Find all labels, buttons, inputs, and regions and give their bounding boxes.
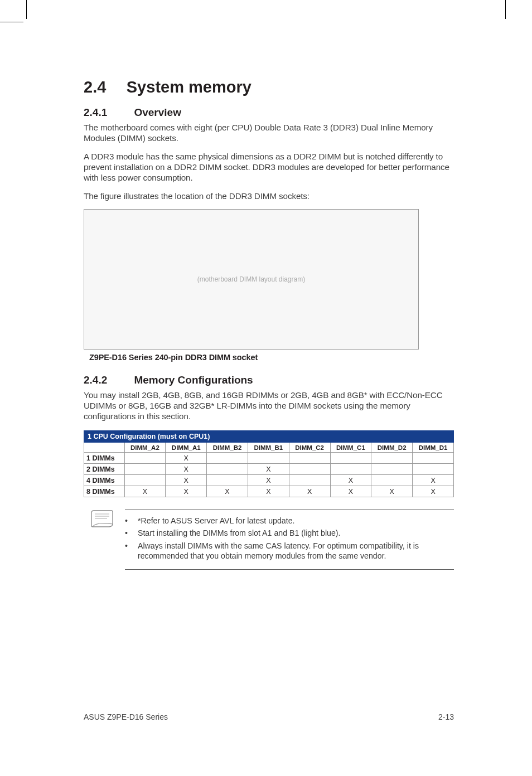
table-cell: X	[248, 475, 289, 486]
table-row: 8 DIMMs X X X X X X X X	[84, 486, 454, 497]
note-text: Always install DIMMs with the same CAS l…	[138, 541, 454, 561]
table-col-header: DIMM_D2	[371, 443, 413, 453]
section-number: 2.4	[84, 78, 106, 96]
table-cell: X	[124, 486, 166, 497]
table-banner: 1 CPU Configuration (must on CPU1)	[84, 431, 454, 443]
table-cell	[413, 453, 454, 464]
row-label: 1 DIMMs	[84, 453, 125, 464]
table-col-header: DIMM_A2	[124, 443, 166, 453]
table-cell	[207, 464, 248, 475]
table-cell: X	[166, 475, 207, 486]
table-cell	[330, 453, 371, 464]
table-cell: X	[207, 486, 248, 497]
note-item: • Start installing the DIMMs from slot A…	[125, 528, 454, 538]
table-cell: X	[413, 486, 454, 497]
page-footer: ASUS Z9PE-D16 Series 2-13	[84, 712, 454, 721]
table-cell	[371, 475, 413, 486]
subsection-overview: 2.4.1 Overview	[84, 106, 454, 119]
cpu1-config-table: 1 CPU Configuration (must on CPU1) DIMM_…	[84, 430, 454, 497]
table-col-header: DIMM_B1	[248, 443, 289, 453]
table-cell	[207, 453, 248, 464]
table-row: 1 DIMMs X	[84, 453, 454, 464]
table-cell	[371, 464, 413, 475]
subsection-number: 2.4.2	[84, 374, 132, 386]
subsection-number: 2.4.1	[84, 106, 132, 119]
table-cell	[248, 453, 289, 464]
table-col-header: DIMM_C2	[289, 443, 330, 453]
crop-mark	[26, 0, 27, 19]
dimm-layout-figure	[84, 209, 419, 350]
figure-caption: Z9PE-D16 Series 240-pin DDR3 DIMM socket	[89, 353, 454, 362]
notes-body: • *Refer to ASUS Server AVL for latest u…	[125, 510, 454, 570]
bullet-icon: •	[125, 541, 128, 561]
footer-right: 2-13	[438, 712, 454, 721]
overview-paragraph-1: The motherboard comes with eight (per CP…	[84, 122, 454, 143]
page-content: 2.4 System memory 2.4.1 Overview The mot…	[84, 78, 454, 570]
bullet-icon: •	[125, 516, 128, 526]
section-heading: 2.4 System memory	[84, 78, 454, 96]
table-cell	[207, 475, 248, 486]
row-label: 4 DIMMs	[84, 475, 125, 486]
table-cell	[289, 464, 330, 475]
table-col-header: DIMM_D1	[413, 443, 454, 453]
table-cell	[124, 464, 166, 475]
table-cell: X	[330, 486, 371, 497]
bullet-icon: •	[125, 528, 128, 538]
memory-config-paragraph: You may install 2GB, 4GB, 8GB, and 16GB …	[84, 390, 454, 421]
table-cell: X	[166, 453, 207, 464]
table-cell: X	[248, 464, 289, 475]
note-item: • *Refer to ASUS Server AVL for latest u…	[125, 516, 454, 526]
footer-left: ASUS Z9PE-D16 Series	[84, 712, 168, 721]
table-cell: X	[289, 486, 330, 497]
table-cell	[289, 475, 330, 486]
note-icon-wrap	[84, 510, 115, 570]
crop-mark	[505, 0, 506, 19]
subsection-title: Overview	[134, 106, 181, 119]
note-text: Start installing the DIMMs from slot A1 …	[138, 528, 454, 538]
table-col-header: DIMM_C1	[330, 443, 371, 453]
table-col-header: DIMM_A1	[166, 443, 207, 453]
table-cell	[124, 453, 166, 464]
table-row: 4 DIMMs X X X X	[84, 475, 454, 486]
table-cell	[330, 464, 371, 475]
note-text: *Refer to ASUS Server AVL for latest upd…	[138, 516, 454, 526]
subsection-memory-config: 2.4.2 Memory Configurations	[84, 374, 454, 386]
notes-block: • *Refer to ASUS Server AVL for latest u…	[84, 510, 454, 570]
note-item: • Always install DIMMs with the same CAS…	[125, 541, 454, 561]
table-header-row: DIMM_A2 DIMM_A1 DIMM_B2 DIMM_B1 DIMM_C2 …	[84, 443, 454, 453]
table-cell	[124, 475, 166, 486]
table-col-header: DIMM_B2	[207, 443, 248, 453]
table-cell: X	[330, 475, 371, 486]
row-label: 2 DIMMs	[84, 464, 125, 475]
note-paper-icon	[90, 510, 115, 528]
overview-paragraph-3: The figure illustrates the location of t…	[84, 191, 454, 201]
table-cell: X	[371, 486, 413, 497]
table-cell: X	[166, 486, 207, 497]
subsection-title: Memory Configurations	[134, 374, 253, 386]
table-cell: X	[166, 464, 207, 475]
table-corner	[84, 443, 125, 453]
table-row: 2 DIMMs X X	[84, 464, 454, 475]
table-cell	[371, 453, 413, 464]
section-title: System memory	[127, 78, 252, 96]
overview-paragraph-2: A DDR3 module has the same physical dime…	[84, 151, 454, 183]
table-cell: X	[248, 486, 289, 497]
table-cell: X	[413, 475, 454, 486]
table-cell	[413, 464, 454, 475]
table-cell	[289, 453, 330, 464]
row-label: 8 DIMMs	[84, 486, 125, 497]
crop-mark	[0, 22, 23, 22]
